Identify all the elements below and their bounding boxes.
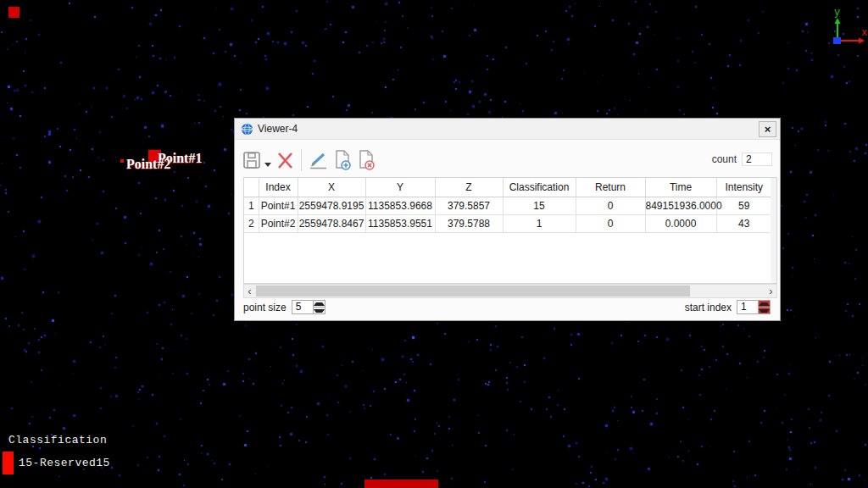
cell-z[interactable]: 379.5788 xyxy=(435,214,503,232)
col-y[interactable]: Y xyxy=(365,178,435,197)
point-cloud-dot xyxy=(442,30,443,32)
point-cloud-dot xyxy=(710,419,712,420)
point-cloud-dot xyxy=(805,217,807,219)
point-size-spinner[interactable]: 5 xyxy=(292,300,326,314)
cell-classification[interactable]: 15 xyxy=(503,197,576,214)
point-cloud-dot xyxy=(787,233,789,235)
point-cloud-dot xyxy=(159,456,160,458)
point-cloud-dot xyxy=(859,303,860,305)
point-cloud-dot xyxy=(848,478,850,480)
point-cloud-dot xyxy=(296,324,298,325)
cell-x[interactable]: 2559478.8467 xyxy=(298,214,365,232)
point-size-up-button[interactable] xyxy=(314,301,325,307)
point-cloud-dot xyxy=(614,407,615,408)
point-cloud-dot xyxy=(31,416,33,418)
point-cloud-dot xyxy=(399,379,401,380)
dialog-titlebar[interactable]: Viewer-4 × xyxy=(235,119,780,140)
point-cloud-dot xyxy=(157,85,159,86)
point-cloud-dot xyxy=(782,422,783,424)
cell-intensity[interactable]: 59 xyxy=(716,197,771,214)
point-cloud-dot xyxy=(152,92,154,94)
save-dropdown-arrow[interactable] xyxy=(264,163,271,167)
scroll-right-button[interactable]: › xyxy=(765,285,776,297)
point-cloud-dot xyxy=(562,113,563,114)
point-cloud-dot xyxy=(156,252,158,253)
count-field[interactable]: 2 xyxy=(742,152,772,166)
point-cloud-dot xyxy=(332,96,334,97)
dialog-title: Viewer-4 xyxy=(258,123,298,135)
scroll-left-button[interactable]: ‹ xyxy=(244,285,255,297)
point-cloud-dot xyxy=(49,417,51,419)
point-size-value[interactable]: 5 xyxy=(292,301,313,313)
point-cloud-dot xyxy=(697,463,698,465)
col-intensity[interactable]: Intensity xyxy=(716,178,771,197)
point-cloud-dot xyxy=(557,404,559,406)
point-cloud-dot xyxy=(186,338,187,340)
start-index-down-button[interactable] xyxy=(759,307,770,313)
point-cloud-dot xyxy=(312,73,314,75)
cell-index[interactable]: Point#1 xyxy=(259,197,298,214)
point-size-down-button[interactable] xyxy=(314,307,325,313)
cell-y[interactable]: 1135853.9668 xyxy=(365,197,435,214)
point-cloud-dot xyxy=(865,384,866,385)
point-cloud-dot xyxy=(400,47,402,48)
cell-intensity[interactable]: 43 xyxy=(716,214,771,232)
point-cloud-dot xyxy=(98,158,99,158)
point-cloud-dot xyxy=(159,304,160,306)
close-button[interactable]: × xyxy=(759,121,776,137)
point2-marker[interactable] xyxy=(120,159,124,163)
point-cloud-dot xyxy=(737,324,739,326)
point-cloud-dot xyxy=(478,415,479,416)
start-index-up-button[interactable] xyxy=(759,301,770,307)
point-cloud-dot xyxy=(709,43,710,45)
delete-button[interactable] xyxy=(275,150,295,170)
cell-return[interactable]: 0 xyxy=(576,197,645,214)
point-cloud-dot xyxy=(144,126,147,129)
vertical-scrollbar[interactable] xyxy=(771,178,776,283)
start-index-spinner[interactable]: 1 xyxy=(737,300,771,314)
col-classification[interactable]: Classification xyxy=(503,178,576,197)
point-cloud-dot xyxy=(825,121,826,123)
remove-point-button[interactable] xyxy=(356,149,376,171)
point-cloud-dot xyxy=(478,432,480,434)
col-time[interactable]: Time xyxy=(645,178,716,197)
add-point-button[interactable] xyxy=(332,149,353,171)
cell-time[interactable]: 849151936.0000 xyxy=(645,197,716,214)
start-index-value[interactable]: 1 xyxy=(737,301,758,313)
cell-return[interactable]: 0 xyxy=(576,214,645,232)
point-cloud-dot xyxy=(606,452,607,452)
point-cloud-dot xyxy=(701,446,703,447)
point-cloud-dot xyxy=(150,263,153,265)
point-cloud-dot xyxy=(865,444,866,446)
point-cloud-dot xyxy=(611,342,613,344)
point-cloud-dot xyxy=(821,412,822,413)
classification-legend: Classification 15-Reserved15 xyxy=(0,434,110,474)
col-return[interactable]: Return xyxy=(576,178,645,197)
point-cloud-dot xyxy=(219,83,221,86)
point-cloud-dot xyxy=(342,365,342,366)
cell-time[interactable]: 0.0000 xyxy=(645,214,716,232)
point-cloud-dot xyxy=(812,235,814,236)
table-row[interactable]: 1 Point#1 2559478.9195 1135853.9668 379.… xyxy=(244,197,771,214)
cell-index[interactable]: Point#2 xyxy=(259,214,298,232)
cell-z[interactable]: 379.5857 xyxy=(435,197,503,214)
horizontal-scrollbar[interactable]: ‹ › xyxy=(243,284,777,298)
point-cloud-dot xyxy=(554,112,557,114)
col-z[interactable]: Z xyxy=(435,178,503,197)
save-button[interactable] xyxy=(242,150,262,170)
cell-y[interactable]: 1135853.9551 xyxy=(365,214,435,232)
point-cloud-dot xyxy=(114,295,116,297)
point-cloud-dot xyxy=(406,382,407,383)
table-row[interactable]: 2 Point#2 2559478.8467 1135853.9551 379.… xyxy=(244,214,771,232)
point-cloud-dot xyxy=(86,111,87,113)
col-index[interactable]: Index xyxy=(259,178,298,197)
scrollbar-thumb[interactable] xyxy=(256,286,690,297)
point-cloud-dot xyxy=(13,44,14,45)
cell-x[interactable]: 2559478.9195 xyxy=(298,197,365,214)
point-cloud-dot xyxy=(79,103,80,104)
cell-classification[interactable]: 1 xyxy=(503,214,576,232)
point-cloud-dot xyxy=(762,11,764,13)
point-cloud-dot xyxy=(505,47,507,48)
col-x[interactable]: X xyxy=(298,178,365,197)
edit-button[interactable] xyxy=(308,150,329,170)
